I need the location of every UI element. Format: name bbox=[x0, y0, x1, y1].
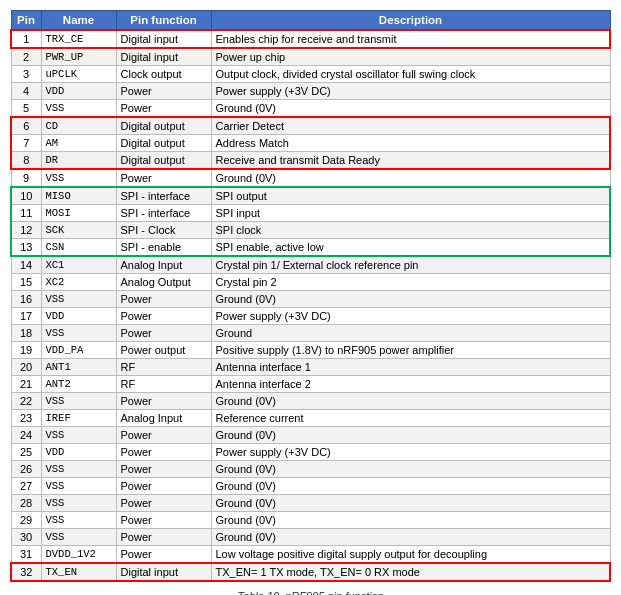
table-row: 21ANT2RFAntenna interface 2 bbox=[11, 376, 610, 393]
table-row: 3uPCLKClock outputOutput clock, divided … bbox=[11, 66, 610, 83]
table-row: 12SCKSPI - ClockSPI clock bbox=[11, 222, 610, 239]
pin-function-table-container: Pin Name Pin function Description 1TRX_C… bbox=[10, 10, 611, 582]
cell-func: Clock output bbox=[116, 66, 211, 83]
header-func: Pin function bbox=[116, 11, 211, 31]
cell-pin: 29 bbox=[11, 512, 41, 529]
pin-table: Pin Name Pin function Description 1TRX_C… bbox=[10, 10, 611, 582]
table-row: 29VSSPowerGround (0V) bbox=[11, 512, 610, 529]
cell-desc: Power up chip bbox=[211, 48, 610, 66]
cell-desc: Ground (0V) bbox=[211, 169, 610, 187]
cell-desc: Ground (0V) bbox=[211, 427, 610, 444]
cell-desc: SPI output bbox=[211, 187, 610, 205]
cell-func: Power bbox=[116, 444, 211, 461]
cell-desc: Ground (0V) bbox=[211, 495, 610, 512]
cell-desc: Ground (0V) bbox=[211, 529, 610, 546]
cell-pin: 14 bbox=[11, 256, 41, 274]
cell-pin: 18 bbox=[11, 325, 41, 342]
cell-name: VSS bbox=[41, 325, 116, 342]
table-row: 11MOSISPI - interfaceSPI input bbox=[11, 205, 610, 222]
table-row: 30VSSPowerGround (0V) bbox=[11, 529, 610, 546]
cell-name: XC1 bbox=[41, 256, 116, 274]
cell-name: VSS bbox=[41, 495, 116, 512]
cell-name: VSS bbox=[41, 512, 116, 529]
cell-func: Power bbox=[116, 512, 211, 529]
cell-func: RF bbox=[116, 376, 211, 393]
cell-func: Power bbox=[116, 529, 211, 546]
cell-name: PWR_UP bbox=[41, 48, 116, 66]
header-name: Name bbox=[41, 11, 116, 31]
cell-func: Analog Output bbox=[116, 274, 211, 291]
table-row: 8DRDigital outputReceive and transmit Da… bbox=[11, 152, 610, 170]
cell-func: Digital output bbox=[116, 135, 211, 152]
cell-desc: Crystal pin 1/ External clock reference … bbox=[211, 256, 610, 274]
table-row: 14XC1Analog InputCrystal pin 1/ External… bbox=[11, 256, 610, 274]
table-row: 27VSSPowerGround (0V) bbox=[11, 478, 610, 495]
table-row: 22VSSPowerGround (0V) bbox=[11, 393, 610, 410]
cell-desc: Ground (0V) bbox=[211, 478, 610, 495]
cell-pin: 24 bbox=[11, 427, 41, 444]
cell-name: VSS bbox=[41, 393, 116, 410]
cell-func: Analog Input bbox=[116, 256, 211, 274]
cell-func: Power output bbox=[116, 342, 211, 359]
table-row: 5VSSPowerGround (0V) bbox=[11, 100, 610, 118]
cell-func: Power bbox=[116, 546, 211, 564]
cell-name: AM bbox=[41, 135, 116, 152]
cell-pin: 11 bbox=[11, 205, 41, 222]
cell-desc: Address Match bbox=[211, 135, 610, 152]
cell-pin: 7 bbox=[11, 135, 41, 152]
cell-pin: 12 bbox=[11, 222, 41, 239]
table-row: 24VSSPowerGround (0V) bbox=[11, 427, 610, 444]
cell-name: VDD bbox=[41, 83, 116, 100]
cell-name: uPCLK bbox=[41, 66, 116, 83]
cell-name: XC2 bbox=[41, 274, 116, 291]
cell-func: Analog Input bbox=[116, 410, 211, 427]
cell-desc: Power supply (+3V DC) bbox=[211, 83, 610, 100]
cell-func: Digital output bbox=[116, 117, 211, 135]
cell-name: TRX_CE bbox=[41, 30, 116, 48]
cell-desc: Enables chip for receive and transmit bbox=[211, 30, 610, 48]
table-row: 13CSNSPI - enableSPI enable, active low bbox=[11, 239, 610, 257]
table-row: 7AMDigital outputAddress Match bbox=[11, 135, 610, 152]
cell-desc: Ground (0V) bbox=[211, 461, 610, 478]
cell-func: Power bbox=[116, 461, 211, 478]
table-row: 4VDDPowerPower supply (+3V DC) bbox=[11, 83, 610, 100]
cell-name: ANT2 bbox=[41, 376, 116, 393]
cell-pin: 4 bbox=[11, 83, 41, 100]
cell-pin: 17 bbox=[11, 308, 41, 325]
cell-func: SPI - interface bbox=[116, 205, 211, 222]
table-row: 6CDDigital outputCarrier Detect bbox=[11, 117, 610, 135]
cell-pin: 21 bbox=[11, 376, 41, 393]
cell-desc: Positive supply (1.8V) to nRF905 power a… bbox=[211, 342, 610, 359]
cell-pin: 30 bbox=[11, 529, 41, 546]
cell-name: VSS bbox=[41, 478, 116, 495]
cell-desc: Ground (0V) bbox=[211, 512, 610, 529]
cell-func: Power bbox=[116, 169, 211, 187]
cell-pin: 1 bbox=[11, 30, 41, 48]
cell-desc: Reference current bbox=[211, 410, 610, 427]
cell-pin: 6 bbox=[11, 117, 41, 135]
cell-func: Power bbox=[116, 478, 211, 495]
table-row: 2PWR_UPDigital inputPower up chip bbox=[11, 48, 610, 66]
table-row: 31DVDD_1V2PowerLow voltage positive digi… bbox=[11, 546, 610, 564]
cell-pin: 8 bbox=[11, 152, 41, 170]
cell-func: Power bbox=[116, 325, 211, 342]
table-row: 9VSSPowerGround (0V) bbox=[11, 169, 610, 187]
cell-pin: 13 bbox=[11, 239, 41, 257]
cell-pin: 19 bbox=[11, 342, 41, 359]
cell-desc: Ground bbox=[211, 325, 610, 342]
cell-func: Digital input bbox=[116, 48, 211, 66]
table-row: 32TX_ENDigital inputTX_EN= 1 TX mode, TX… bbox=[11, 563, 610, 581]
cell-pin: 28 bbox=[11, 495, 41, 512]
cell-name: VSS bbox=[41, 461, 116, 478]
cell-name: CSN bbox=[41, 239, 116, 257]
table-row: 10MISOSPI - interfaceSPI output bbox=[11, 187, 610, 205]
cell-pin: 3 bbox=[11, 66, 41, 83]
cell-func: Power bbox=[116, 291, 211, 308]
cell-name: VSS bbox=[41, 291, 116, 308]
cell-desc: Crystal pin 2 bbox=[211, 274, 610, 291]
table-row: 26VSSPowerGround (0V) bbox=[11, 461, 610, 478]
cell-pin: 26 bbox=[11, 461, 41, 478]
cell-pin: 5 bbox=[11, 100, 41, 118]
cell-func: Digital input bbox=[116, 30, 211, 48]
cell-desc: Ground (0V) bbox=[211, 100, 610, 118]
